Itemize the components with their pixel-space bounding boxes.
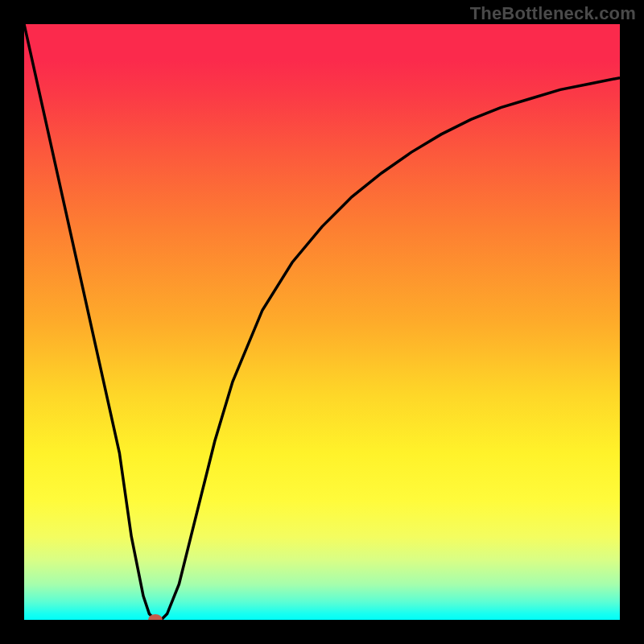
border-bottom	[0, 620, 644, 644]
border-left	[0, 0, 24, 644]
plot-area	[24, 24, 620, 620]
optimal-point-marker	[148, 614, 163, 620]
bottleneck-curve	[24, 24, 620, 620]
curve-path	[24, 24, 620, 620]
border-right	[620, 0, 644, 644]
chart-frame: TheBottleneck.com	[0, 0, 644, 644]
watermark-text: TheBottleneck.com	[470, 3, 636, 24]
